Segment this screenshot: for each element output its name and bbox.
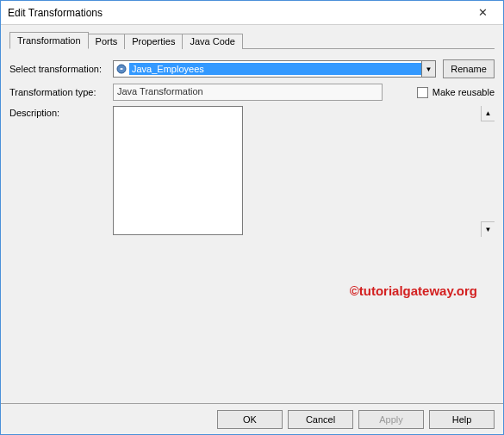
scroll-up-icon[interactable]: ▲ bbox=[481, 106, 495, 121]
chevron-down-icon: ▼ bbox=[421, 61, 435, 77]
tab-panel-transformation: Select transformation: Java_Employees ▼ … bbox=[9, 48, 495, 237]
tab-strip: Transformation Ports Properties Java Cod… bbox=[9, 32, 495, 49]
titlebar: Edit Transformations ✕ bbox=[1, 1, 503, 25]
description-label: Description: bbox=[9, 106, 113, 118]
tab-label: Transformation bbox=[17, 35, 81, 46]
make-reusable-label: Make reusable bbox=[432, 87, 495, 97]
button-bar: OK Cancel Apply Help bbox=[1, 403, 503, 434]
make-reusable-wrap[interactable]: Make reusable bbox=[417, 87, 495, 98]
apply-button[interactable]: Apply bbox=[358, 410, 424, 429]
scroll-down-icon[interactable]: ▼ bbox=[481, 221, 495, 237]
select-transformation-dropdown[interactable]: Java_Employees ▼ bbox=[113, 60, 436, 78]
window-title: Edit Transformations bbox=[8, 7, 103, 19]
close-icon[interactable]: ✕ bbox=[467, 4, 498, 22]
dialog-body: Transformation Ports Properties Java Cod… bbox=[1, 25, 503, 403]
tab-java-code[interactable]: Java Code bbox=[182, 34, 243, 49]
tab-transformation[interactable]: Transformation bbox=[9, 32, 89, 49]
java-icon bbox=[115, 63, 128, 75]
watermark-text: ©tutorialgateway.org bbox=[350, 283, 477, 298]
ok-button[interactable]: OK bbox=[217, 410, 283, 429]
cancel-button[interactable]: Cancel bbox=[288, 410, 353, 429]
tab-label: Java Code bbox=[190, 36, 235, 47]
tab-properties[interactable]: Properties bbox=[124, 34, 183, 49]
select-transformation-label: Select transformation: bbox=[9, 64, 113, 74]
dialog-window: Edit Transformations ✕ Transformation Po… bbox=[0, 0, 504, 435]
description-wrap: ▲ ▼ bbox=[113, 106, 495, 237]
description-row: Description: ▲ ▼ bbox=[9, 106, 495, 237]
help-button[interactable]: Help bbox=[429, 410, 495, 429]
tab-ports[interactable]: Ports bbox=[88, 34, 126, 49]
select-transformation-value: Java_Employees bbox=[129, 63, 421, 75]
description-textarea[interactable] bbox=[113, 106, 243, 235]
tab-label: Properties bbox=[132, 36, 175, 47]
transformation-type-label: Transformation type: bbox=[9, 87, 113, 97]
tab-label: Ports bbox=[96, 36, 118, 47]
transformation-type-value: Java Transformation bbox=[113, 84, 383, 101]
make-reusable-checkbox[interactable] bbox=[417, 87, 428, 98]
transformation-type-row: Transformation type: Java Transformation… bbox=[9, 84, 495, 101]
select-transformation-row: Select transformation: Java_Employees ▼ … bbox=[9, 59, 495, 78]
rename-button[interactable]: Rename bbox=[443, 59, 495, 78]
